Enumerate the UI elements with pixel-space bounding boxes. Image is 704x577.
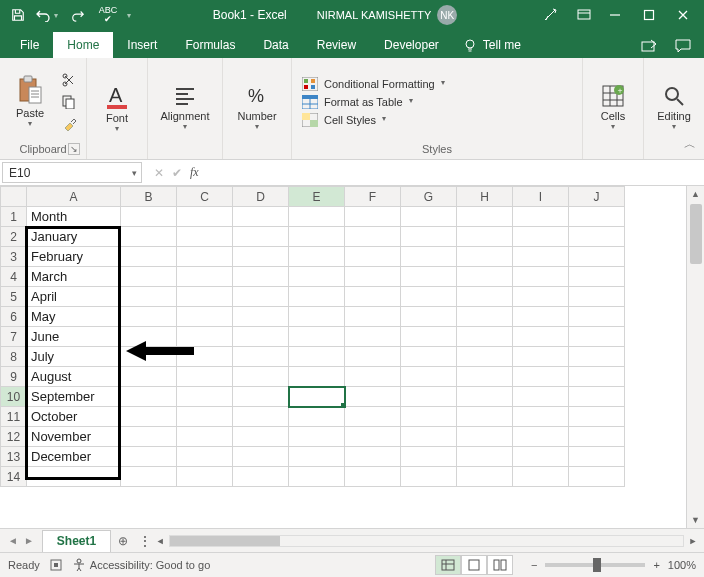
user-account[interactable]: NIRMAL KAMISHETTY NK — [317, 5, 458, 25]
spellcheck-button[interactable]: ABC✔ — [94, 3, 122, 27]
cell[interactable] — [177, 307, 233, 327]
tab-file[interactable]: File — [6, 32, 53, 58]
cell[interactable] — [233, 467, 289, 487]
zoom-out-button[interactable]: − — [531, 559, 537, 571]
zoom-slider[interactable] — [545, 563, 645, 567]
cell[interactable] — [401, 447, 457, 467]
cell[interactable] — [233, 427, 289, 447]
cell[interactable] — [233, 287, 289, 307]
cell[interactable] — [177, 367, 233, 387]
enter-formula-icon[interactable]: ✔ — [172, 166, 182, 180]
cell[interactable] — [233, 227, 289, 247]
cell[interactable] — [513, 347, 569, 367]
cell[interactable] — [289, 247, 345, 267]
cell[interactable] — [345, 347, 401, 367]
cell[interactable] — [457, 287, 513, 307]
row-header[interactable]: 4 — [1, 267, 27, 287]
cell[interactable] — [401, 347, 457, 367]
new-sheet-button[interactable]: ⊕ — [111, 529, 135, 552]
cell[interactable] — [457, 347, 513, 367]
comments-button[interactable] — [668, 34, 698, 58]
row-header[interactable]: 5 — [1, 287, 27, 307]
cell[interactable] — [569, 287, 625, 307]
share-button[interactable] — [634, 34, 664, 58]
zoom-control[interactable]: − + 100% — [531, 559, 696, 571]
cell[interactable] — [121, 247, 177, 267]
editing-dropdown[interactable]: Editing ▾ — [650, 75, 698, 141]
cell[interactable] — [121, 307, 177, 327]
cell[interactable] — [457, 207, 513, 227]
cell[interactable] — [345, 267, 401, 287]
cell[interactable] — [457, 467, 513, 487]
cell[interactable] — [121, 407, 177, 427]
cell[interactable] — [345, 367, 401, 387]
tab-formulas[interactable]: Formulas — [171, 32, 249, 58]
cell[interactable] — [513, 407, 569, 427]
cell[interactable] — [233, 207, 289, 227]
cell[interactable] — [121, 267, 177, 287]
cell[interactable] — [233, 407, 289, 427]
cell[interactable] — [401, 367, 457, 387]
cell[interactable] — [345, 287, 401, 307]
cell[interactable] — [345, 407, 401, 427]
number-dropdown[interactable]: % Number ▾ — [229, 75, 285, 141]
column-header[interactable]: H — [457, 187, 513, 207]
cell[interactable] — [121, 227, 177, 247]
tab-review[interactable]: Review — [303, 32, 370, 58]
column-header[interactable]: B — [121, 187, 177, 207]
cell[interactable] — [177, 247, 233, 267]
cell[interactable] — [513, 467, 569, 487]
format-painter-button[interactable] — [58, 114, 80, 134]
cell[interactable] — [345, 427, 401, 447]
cell[interactable] — [289, 327, 345, 347]
column-header[interactable]: A — [27, 187, 121, 207]
cell[interactable]: Month — [27, 207, 121, 227]
row-header[interactable]: 6 — [1, 307, 27, 327]
cell[interactable] — [177, 227, 233, 247]
conditional-formatting-button[interactable]: Conditional Formatting▾ — [298, 76, 449, 92]
cell[interactable] — [401, 387, 457, 407]
row-header[interactable]: 14 — [1, 467, 27, 487]
tab-home[interactable]: Home — [53, 32, 113, 58]
cell[interactable] — [513, 387, 569, 407]
cells-dropdown[interactable]: ＋ Cells ▾ — [589, 75, 637, 141]
cell[interactable] — [121, 207, 177, 227]
cell[interactable] — [569, 447, 625, 467]
cell[interactable] — [289, 267, 345, 287]
column-header[interactable]: I — [513, 187, 569, 207]
row-header[interactable]: 9 — [1, 367, 27, 387]
cell[interactable] — [457, 387, 513, 407]
close-button[interactable] — [666, 1, 700, 29]
cell[interactable] — [289, 287, 345, 307]
column-header[interactable]: G — [401, 187, 457, 207]
cell[interactable] — [289, 427, 345, 447]
cell[interactable] — [345, 387, 401, 407]
normal-view-button[interactable] — [435, 555, 461, 575]
cell[interactable] — [457, 327, 513, 347]
cell[interactable] — [457, 227, 513, 247]
font-dropdown[interactable]: A Font ▾ — [93, 75, 141, 141]
macro-record-icon[interactable] — [50, 559, 62, 571]
cancel-formula-icon[interactable]: ✕ — [154, 166, 164, 180]
dialog-launcher-icon[interactable]: ↘ — [68, 143, 80, 155]
cell[interactable] — [289, 467, 345, 487]
cell[interactable] — [289, 367, 345, 387]
tab-developer[interactable]: Developer — [370, 32, 453, 58]
cell[interactable] — [569, 267, 625, 287]
row-header[interactable]: 2 — [1, 227, 27, 247]
zoom-in-button[interactable]: + — [653, 559, 659, 571]
cell[interactable] — [233, 367, 289, 387]
cell[interactable] — [401, 207, 457, 227]
cell[interactable] — [401, 467, 457, 487]
cell[interactable] — [289, 207, 345, 227]
cell[interactable] — [569, 227, 625, 247]
cell[interactable] — [457, 427, 513, 447]
accessibility-status[interactable]: Accessibility: Good to go — [72, 558, 210, 572]
cell[interactable] — [177, 287, 233, 307]
column-header[interactable]: E — [289, 187, 345, 207]
sheet-tab[interactable]: Sheet1 — [42, 530, 111, 552]
cell[interactable] — [233, 387, 289, 407]
tab-insert[interactable]: Insert — [113, 32, 171, 58]
copy-button[interactable] — [58, 92, 80, 112]
cell[interactable] — [345, 207, 401, 227]
